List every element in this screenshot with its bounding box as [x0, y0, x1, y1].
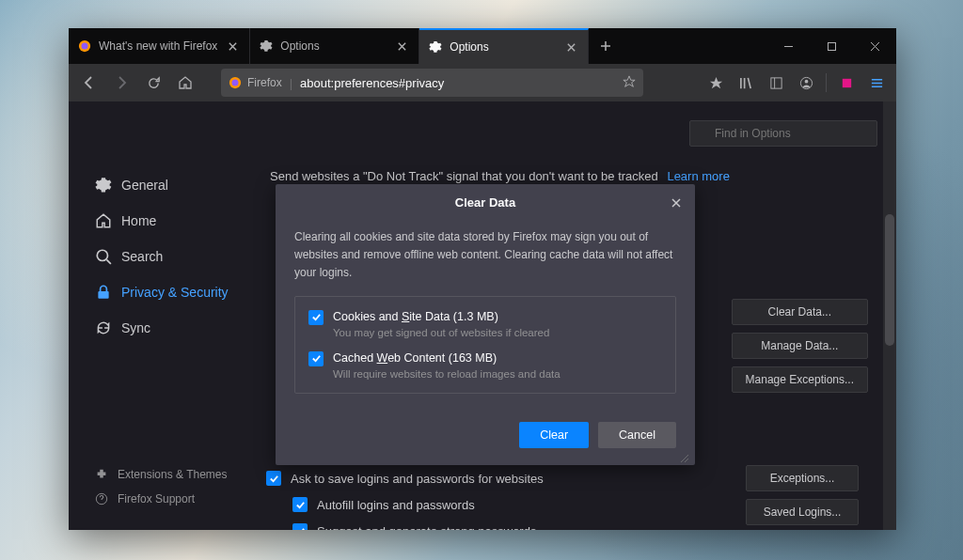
sidebar-item-label: Firefox Support: [118, 492, 195, 506]
content-area: General Home Search Privacy & Security S…: [69, 101, 896, 530]
svg-rect-10: [98, 291, 108, 299]
tab-strip: What's new with Firefox Options Options: [69, 28, 766, 64]
window-controls: [766, 28, 896, 64]
identity-box[interactable]: Firefox: [229, 76, 282, 89]
checkbox-checked[interactable]: [292, 523, 308, 530]
resize-grip-icon[interactable]: [680, 450, 689, 459]
tab-options-2[interactable]: Options: [419, 28, 589, 64]
dialog-header: Clear Data: [276, 184, 695, 221]
svg-rect-2: [828, 42, 835, 50]
sidebar-item-label: Search: [121, 249, 163, 264]
sidebar-icon[interactable]: [762, 69, 790, 97]
firefox-icon: [229, 76, 242, 89]
sidebar-footer: Extensions & Themes Firefox Support: [87, 462, 235, 511]
scrollbar[interactable]: [883, 101, 896, 530]
tab-label: Options: [450, 40, 488, 54]
extension-icon[interactable]: [832, 69, 860, 97]
identity-label: Firefox: [247, 76, 282, 89]
checkbox-checked[interactable]: [308, 351, 324, 366]
maximize-button[interactable]: [810, 28, 853, 64]
search-wrap: [689, 120, 877, 147]
svg-point-4: [232, 80, 239, 86]
close-icon[interactable]: [225, 39, 240, 54]
cancel-button[interactable]: Cancel: [598, 422, 676, 448]
search-row: [257, 120, 877, 147]
dialog-title: Clear Data: [455, 195, 515, 210]
url-bar[interactable]: Firefox | about:preferences#privacy: [221, 69, 643, 97]
sidebar-item-general[interactable]: General: [87, 167, 257, 203]
saved-logins-button[interactable]: Saved Logins...: [746, 499, 859, 525]
exceptions-button[interactable]: Exceptions...: [746, 465, 859, 491]
checkbox-label: Ask to save logins and passwords for web…: [291, 472, 544, 486]
sidebar-item-home[interactable]: Home: [87, 203, 257, 239]
close-icon[interactable]: [563, 39, 578, 54]
svg-point-1: [82, 43, 88, 50]
option-text: Cookies and Site Data (1.3 MB) You may g…: [333, 310, 662, 338]
toolbar: Firefox | about:preferences#privacy: [69, 64, 896, 101]
url-text: about:preferences#privacy: [300, 76, 444, 90]
option-title: Cookies and Site Data (1.3 MB): [333, 310, 662, 323]
dialog-options: Cookies and Site Data (1.3 MB) You may g…: [294, 296, 676, 394]
lock-icon: [95, 284, 112, 301]
checkbox-label: Suggest and generate strong passwords: [317, 524, 536, 531]
gear-icon: [429, 40, 442, 54]
home-button[interactable]: [170, 68, 200, 98]
close-icon[interactable]: [394, 39, 409, 54]
back-button[interactable]: [74, 68, 104, 98]
gear-icon: [95, 177, 112, 194]
reload-button[interactable]: [138, 68, 168, 98]
checkbox-checked[interactable]: [292, 497, 308, 512]
checkbox-label: Autofill logins and passwords: [317, 498, 475, 512]
option-text: Cached Web Content (163 MB) Will require…: [333, 351, 662, 380]
svg-rect-5: [770, 77, 781, 87]
dialog-close-button[interactable]: [667, 194, 686, 212]
sidebar-item-label: Sync: [121, 320, 150, 335]
manage-data-button[interactable]: Manage Data...: [732, 333, 868, 359]
dialog-footer: Clear Cancel: [276, 409, 695, 465]
dialog-option-cookies[interactable]: Cookies and Site Data (1.3 MB) You may g…: [308, 310, 662, 338]
sidebar-item-search[interactable]: Search: [87, 239, 257, 274]
toolbar-right: [702, 69, 891, 97]
sync-icon: [95, 319, 112, 336]
search-input[interactable]: [689, 120, 877, 147]
forward-button[interactable]: [106, 68, 136, 98]
help-icon: [95, 492, 108, 506]
sidebar-item-extensions[interactable]: Extensions & Themes: [87, 462, 235, 487]
separator: [826, 73, 827, 92]
checkbox-checked[interactable]: [308, 310, 324, 325]
cookies-buttons: Clear Data... Manage Data... Manage Exce…: [732, 299, 868, 393]
checkbox-checked[interactable]: [266, 471, 281, 486]
titlebar: What's new with Firefox Options Options: [69, 28, 896, 64]
sidebar-item-privacy[interactable]: Privacy & Security: [87, 274, 257, 310]
new-tab-button[interactable]: [589, 28, 623, 64]
svg-point-9: [97, 250, 107, 260]
tab-options-1[interactable]: Options: [250, 28, 419, 64]
dnt-text: Send websites a "Do Not Track" signal th…: [257, 169, 877, 183]
sidebar-item-support[interactable]: Firefox Support: [87, 487, 235, 511]
menu-icon[interactable]: [862, 69, 891, 97]
separator: |: [290, 76, 292, 90]
library-icon[interactable]: [732, 69, 760, 97]
tab-whats-new[interactable]: What's new with Firefox: [69, 28, 250, 64]
clear-button[interactable]: Clear: [519, 422, 589, 448]
dialog-description: Clearing all cookies and site data store…: [294, 228, 676, 283]
minimize-button[interactable]: [766, 28, 810, 64]
bookmark-star-icon[interactable]: [623, 75, 636, 91]
sidebar-item-label: Privacy & Security: [121, 285, 229, 300]
logins-section: Ask to save logins and passwords for web…: [257, 465, 877, 530]
sidebar-item-label: Extensions & Themes: [118, 468, 228, 481]
option-subtitle: Will require websites to reload images a…: [333, 368, 662, 380]
pocket-icon[interactable]: [702, 69, 730, 97]
clear-data-button[interactable]: Clear Data...: [732, 299, 868, 325]
account-icon[interactable]: [792, 69, 820, 97]
svg-rect-8: [842, 78, 850, 86]
manage-exceptions-button[interactable]: Manage Exceptions...: [732, 366, 868, 393]
sidebar-item-sync[interactable]: Sync: [87, 310, 257, 346]
dialog-option-cache[interactable]: Cached Web Content (163 MB) Will require…: [308, 351, 662, 380]
close-window-button[interactable]: [853, 28, 896, 64]
option-subtitle: You may get signed out of websites if cl…: [333, 327, 662, 338]
tab-label: Options: [280, 39, 319, 53]
svg-point-7: [804, 79, 808, 83]
scrollbar-thumb[interactable]: [885, 214, 894, 346]
learn-more-link[interactable]: Learn more: [667, 169, 729, 183]
